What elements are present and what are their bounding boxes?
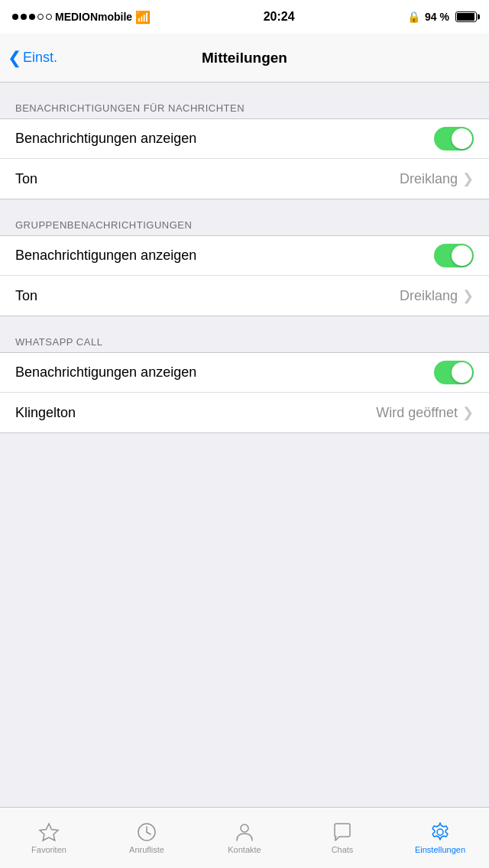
nachrichten-ton-value: Dreiklang ❯ — [400, 170, 474, 187]
dot-3 — [29, 14, 35, 20]
back-label: Einst. — [23, 50, 57, 66]
gruppen-toggle-knob — [452, 245, 472, 266]
section-gruppen-body: Benachrichtigungen anzeigen Ton Dreiklan… — [0, 235, 489, 316]
back-chevron-icon: ❮ — [8, 48, 21, 68]
tab-kontakte[interactable]: Kontakte — [196, 808, 293, 868]
call-klingelton-chevron-icon: ❯ — [462, 404, 474, 421]
section-gruppen: GRUPPENBENACHRICHTIGUNGEN Benachrichtigu… — [0, 213, 489, 316]
call-toggle-knob — [452, 362, 472, 383]
dot-2 — [21, 14, 27, 20]
call-klingelton-value: Wird geöffnet ❯ — [376, 404, 474, 421]
svg-point-5 — [437, 829, 443, 835]
section-nachrichten: BENACHRICHTIGUNGEN FÜR NACHRICHTEN Benac… — [0, 96, 489, 199]
star-icon — [38, 821, 60, 843]
tab-chats[interactable]: Chats — [293, 808, 391, 868]
nachrichten-toggle-knob — [452, 128, 472, 149]
call-toggle-switch[interactable] — [434, 361, 474, 384]
call-klingelton-label: Klingelton — [15, 405, 76, 421]
dot-4 — [37, 14, 44, 20]
tab-kontakte-label: Kontakte — [228, 845, 261, 854]
tab-chats-label: Chats — [332, 845, 354, 854]
tab-anrufliste-label: Anrufliste — [129, 845, 164, 854]
tab-favoriten-label: Favoriten — [31, 845, 66, 854]
svg-point-4 — [241, 824, 248, 832]
carrier-label: MEDIONmobile — [55, 11, 132, 23]
gruppen-ton-value: Dreiklang ❯ — [400, 287, 474, 304]
chat-icon — [332, 821, 353, 843]
gruppen-toggle-label: Benachrichtigungen anzeigen — [15, 248, 196, 264]
battery-fill — [457, 13, 474, 21]
tab-favoriten[interactable]: Favoriten — [0, 808, 98, 868]
wifi-icon: 📶 — [135, 10, 151, 24]
dot-5 — [46, 14, 52, 20]
section-call-header: WHATSAPP CALL — [0, 330, 489, 352]
gear-icon — [429, 821, 451, 843]
content: BENACHRICHTIGUNGEN FÜR NACHRICHTEN Benac… — [0, 96, 489, 479]
tab-bar: Favoriten Anrufliste Kontakte Chats Eins… — [0, 807, 489, 868]
status-bar: MEDIONmobile 📶 20:24 🔒 94 % — [0, 0, 489, 34]
gruppen-toggle-switch[interactable] — [434, 244, 474, 267]
nachrichten-ton-label: Ton — [15, 171, 37, 187]
row-nachrichten-toggle: Benachrichtigungen anzeigen — [0, 119, 489, 159]
tab-einstellungen-label: Einstellungen — [415, 845, 465, 854]
tab-anrufliste[interactable]: Anrufliste — [98, 808, 196, 868]
call-klingelton-text: Wird geöffnet — [376, 405, 458, 421]
signal-dots — [12, 14, 52, 20]
section-nachrichten-body: Benachrichtigungen anzeigen Ton Dreiklan… — [0, 118, 489, 199]
person-icon — [234, 821, 255, 843]
nachrichten-toggle-label: Benachrichtigungen anzeigen — [15, 131, 196, 147]
battery-percent: 94 % — [425, 11, 449, 23]
row-gruppen-ton[interactable]: Ton Dreiklang ❯ — [0, 276, 489, 316]
call-toggle-label: Benachrichtigungen anzeigen — [15, 364, 196, 381]
lock-icon: 🔒 — [407, 11, 420, 23]
nachrichten-ton-text: Dreiklang — [400, 171, 458, 187]
gruppen-ton-chevron-icon: ❯ — [462, 287, 474, 304]
svg-line-3 — [147, 832, 151, 834]
nachrichten-toggle-switch[interactable] — [434, 127, 474, 151]
page-title: Mitteilungen — [202, 50, 287, 66]
status-right: 🔒 94 % — [407, 11, 477, 23]
status-left: MEDIONmobile 📶 — [12, 10, 151, 24]
nachrichten-ton-chevron-icon: ❯ — [462, 170, 474, 187]
battery-icon — [455, 11, 477, 22]
gruppen-ton-text: Dreiklang — [400, 288, 458, 304]
dot-1 — [12, 14, 18, 20]
back-button[interactable]: ❮ Einst. — [8, 48, 57, 68]
row-call-toggle: Benachrichtigungen anzeigen — [0, 353, 489, 393]
row-nachrichten-ton[interactable]: Ton Dreiklang ❯ — [0, 159, 489, 199]
row-gruppen-toggle: Benachrichtigungen anzeigen — [0, 236, 489, 276]
gruppen-ton-label: Ton — [15, 288, 37, 304]
row-call-klingelton[interactable]: Klingelton Wird geöffnet ❯ — [0, 393, 489, 432]
svg-marker-0 — [40, 824, 58, 840]
section-nachrichten-header: BENACHRICHTIGUNGEN FÜR NACHRICHTEN — [0, 96, 489, 118]
clock-icon — [136, 821, 157, 843]
tab-einstellungen[interactable]: Einstellungen — [391, 808, 489, 868]
nav-bar: ❮ Einst. Mitteilungen — [0, 34, 489, 83]
section-call-body: Benachrichtigungen anzeigen Klingelton W… — [0, 352, 489, 433]
section-gruppen-header: GRUPPENBENACHRICHTIGUNGEN — [0, 213, 489, 235]
section-call: WHATSAPP CALL Benachrichtigungen anzeige… — [0, 330, 489, 433]
status-time: 20:24 — [264, 10, 295, 24]
